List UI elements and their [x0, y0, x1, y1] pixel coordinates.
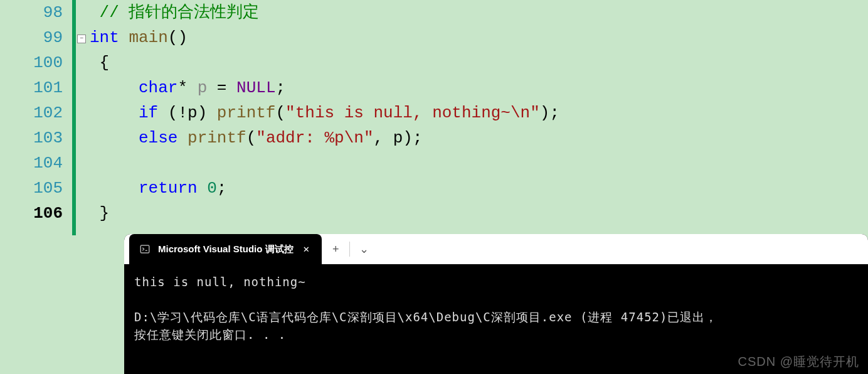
semicolon: ; [217, 179, 227, 198]
line-number[interactable]: 105 [0, 176, 63, 201]
paren: ( [246, 129, 257, 147]
code-line: { [90, 50, 868, 75]
code-line: int main() [90, 25, 868, 50]
line-gutter: 98 99 100 101 102 103 104 105 106 [0, 0, 72, 235]
string-literal: "addr: %p [256, 129, 344, 147]
keyword-char: char [139, 78, 177, 97]
tab-dropdown-button[interactable]: ⌄ [350, 234, 378, 264]
escape-seq: \n [511, 104, 530, 122]
code-line: return 0; [90, 176, 868, 201]
output-line: D:\学习\代码仓库\C语言代码仓库\C深剖项目\x64\Debug\C深剖项目… [134, 310, 718, 324]
keyword-return: return [139, 179, 198, 198]
condition: (!p) [158, 104, 217, 122]
function-printf: printf [217, 104, 276, 122]
escape-seq: \n [344, 129, 364, 147]
function-printf: printf [188, 129, 246, 147]
brace: } [100, 204, 110, 223]
terminal-icon [139, 243, 151, 255]
line-number-current[interactable]: 106 [0, 201, 63, 226]
space [198, 179, 208, 198]
code-editor: 98 99 100 101 102 103 104 105 106 − // 指… [0, 0, 868, 235]
code-line: char* p = NULL; [90, 75, 868, 100]
line-number[interactable]: 101 [0, 75, 63, 100]
string-end: " [530, 104, 540, 122]
console-titlebar: Microsoft Visual Studio 调试控 ✕ + ⌄ [124, 234, 868, 264]
operator: = [217, 78, 236, 97]
code-line-empty [90, 151, 868, 176]
string-end: " [364, 129, 374, 147]
paren: ( [275, 104, 285, 122]
line-number[interactable]: 102 [0, 100, 63, 126]
line-number[interactable]: 104 [0, 151, 63, 176]
output-line: this is null, nothing~ [134, 275, 306, 289]
console-tab-title: Microsoft Visual Studio 调试控 [158, 243, 294, 255]
fold-toggle-icon[interactable]: − [77, 35, 86, 43]
code-text-area[interactable]: // 指针的合法性判定 int main() { char* p = NULL;… [88, 0, 868, 235]
space [177, 129, 188, 147]
code-line: else printf("addr: %p\n", p); [90, 126, 868, 151]
function-main: main [119, 28, 168, 47]
close-icon[interactable]: ✕ [301, 242, 312, 257]
string-literal: "this is null, nothing~ [285, 104, 511, 122]
line-number[interactable]: 99 [0, 25, 63, 50]
macro-null: NULL [236, 78, 275, 97]
comment-text: // 指针的合法性判定 [100, 3, 260, 22]
console-output[interactable]: this is null, nothing~ D:\学习\代码仓库\C语言代码仓… [124, 264, 868, 352]
svg-rect-0 [140, 245, 149, 253]
code-line: } [90, 201, 868, 226]
number-literal: 0 [207, 179, 217, 198]
paren: ); [540, 104, 559, 122]
code-line: // 指针的合法性判定 [90, 0, 868, 25]
output-line: 按任意键关闭此窗口. . . [134, 328, 286, 341]
paren: () [168, 28, 188, 47]
star: * [177, 78, 188, 97]
line-number[interactable]: 100 [0, 50, 63, 75]
keyword-if: if [139, 104, 158, 122]
line-number[interactable]: 103 [0, 126, 63, 151]
watermark-text: CSDN @睡觉待开机 [738, 353, 859, 370]
keyword-else: else [139, 129, 177, 147]
rest: , p); [374, 129, 423, 147]
code-line: if (!p) printf("this is null, nothing~\n… [90, 100, 868, 126]
semicolon: ; [276, 78, 286, 97]
keyword-int: int [90, 28, 119, 47]
fold-column: − [76, 0, 88, 235]
line-number[interactable]: 98 [0, 0, 63, 25]
new-tab-button[interactable]: + [322, 234, 349, 264]
identifier: p [188, 78, 217, 97]
console-tab[interactable]: Microsoft Visual Studio 调试控 ✕ [129, 234, 322, 264]
brace: { [100, 53, 110, 72]
